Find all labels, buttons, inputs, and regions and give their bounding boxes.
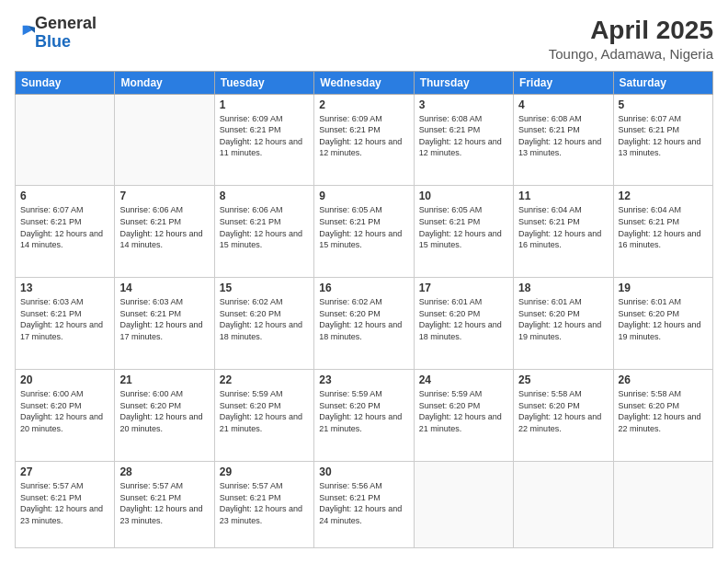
cell-0-2: 1Sunrise: 6:09 AM Sunset: 6:21 PM Daylig…: [214, 94, 313, 186]
day-info-2-5: Sunrise: 6:01 AM Sunset: 6:20 PM Dayligh…: [518, 296, 608, 342]
cell-2-5: 18Sunrise: 6:01 AM Sunset: 6:20 PM Dayli…: [514, 278, 613, 370]
day-number-2-4: 17: [419, 282, 508, 294]
day-number-2-0: 13: [20, 282, 109, 294]
day-number-4-3: 30: [319, 465, 408, 478]
cell-4-0: 27Sunrise: 5:57 AM Sunset: 6:21 PM Dayli…: [16, 461, 115, 547]
day-number-2-2: 15: [220, 282, 309, 294]
day-info-1-6: Sunrise: 6:04 AM Sunset: 6:21 PM Dayligh…: [619, 204, 708, 250]
header-friday: Friday: [514, 71, 613, 94]
logo-blue: Blue: [35, 32, 71, 51]
cell-2-1: 14Sunrise: 6:03 AM Sunset: 6:21 PM Dayli…: [115, 278, 214, 370]
header-saturday: Saturday: [613, 71, 712, 94]
week-row-2: 13Sunrise: 6:03 AM Sunset: 6:21 PM Dayli…: [16, 278, 713, 370]
cell-2-0: 13Sunrise: 6:03 AM Sunset: 6:21 PM Dayli…: [16, 278, 115, 370]
day-info-3-1: Sunrise: 6:00 AM Sunset: 6:20 PM Dayligh…: [119, 388, 209, 434]
day-info-1-5: Sunrise: 6:04 AM Sunset: 6:21 PM Dayligh…: [518, 204, 608, 250]
day-number-0-2: 1: [220, 98, 309, 111]
logo-general: General: [35, 14, 97, 32]
cell-0-3: 2Sunrise: 6:09 AM Sunset: 6:21 PM Daylig…: [314, 94, 414, 186]
day-info-0-4: Sunrise: 6:08 AM Sunset: 6:21 PM Dayligh…: [419, 113, 508, 159]
day-info-3-4: Sunrise: 5:59 AM Sunset: 6:20 PM Dayligh…: [419, 388, 508, 434]
cell-3-2: 22Sunrise: 5:59 AM Sunset: 6:20 PM Dayli…: [214, 370, 313, 462]
cell-4-3: 30Sunrise: 5:56 AM Sunset: 6:21 PM Dayli…: [314, 461, 414, 547]
title-block: April 2025 Toungo, Adamawa, Nigeria: [549, 15, 713, 62]
day-info-4-2: Sunrise: 5:57 AM Sunset: 6:21 PM Dayligh…: [220, 480, 309, 526]
day-number-4-1: 28: [119, 465, 209, 478]
week-row-3: 20Sunrise: 6:00 AM Sunset: 6:20 PM Dayli…: [16, 370, 713, 462]
cell-4-2: 29Sunrise: 5:57 AM Sunset: 6:21 PM Dayli…: [214, 461, 313, 547]
day-info-3-6: Sunrise: 5:58 AM Sunset: 6:20 PM Dayligh…: [619, 388, 708, 434]
header-monday: Monday: [115, 71, 214, 94]
day-number-0-6: 5: [619, 98, 708, 111]
cell-2-6: 19Sunrise: 6:01 AM Sunset: 6:20 PM Dayli…: [613, 278, 712, 370]
day-number-3-1: 21: [119, 373, 209, 386]
cell-1-4: 10Sunrise: 6:05 AM Sunset: 6:21 PM Dayli…: [414, 186, 513, 278]
cell-0-5: 4Sunrise: 6:08 AM Sunset: 6:21 PM Daylig…: [514, 94, 613, 186]
day-number-3-3: 23: [319, 373, 408, 386]
calendar-title: April 2025: [549, 15, 713, 46]
day-info-4-0: Sunrise: 5:57 AM Sunset: 6:21 PM Dayligh…: [20, 480, 109, 526]
cell-0-6: 5Sunrise: 6:07 AM Sunset: 6:21 PM Daylig…: [613, 94, 712, 186]
logo-icon: [17, 21, 35, 40]
cell-0-1: [115, 94, 214, 186]
day-info-2-1: Sunrise: 6:03 AM Sunset: 6:21 PM Dayligh…: [119, 296, 209, 342]
header-tuesday: Tuesday: [214, 71, 313, 94]
cell-1-1: 7Sunrise: 6:06 AM Sunset: 6:21 PM Daylig…: [115, 186, 214, 278]
day-info-3-0: Sunrise: 6:00 AM Sunset: 6:20 PM Dayligh…: [20, 388, 109, 434]
cell-2-3: 16Sunrise: 6:02 AM Sunset: 6:20 PM Dayli…: [314, 278, 414, 370]
week-row-0: 1Sunrise: 6:09 AM Sunset: 6:21 PM Daylig…: [16, 94, 713, 186]
day-info-3-5: Sunrise: 5:58 AM Sunset: 6:20 PM Dayligh…: [518, 388, 608, 434]
logo: General Blue: [15, 15, 97, 52]
day-number-1-4: 10: [419, 190, 508, 202]
cell-3-4: 24Sunrise: 5:59 AM Sunset: 6:20 PM Dayli…: [414, 370, 513, 462]
day-info-4-3: Sunrise: 5:56 AM Sunset: 6:21 PM Dayligh…: [319, 480, 408, 526]
day-number-1-6: 12: [619, 190, 708, 202]
day-number-2-1: 14: [119, 282, 209, 294]
cell-1-2: 8Sunrise: 6:06 AM Sunset: 6:21 PM Daylig…: [214, 186, 313, 278]
cell-4-6: [613, 461, 712, 547]
header: General Blue April 2025 Toungo, Adamawa,…: [15, 15, 713, 62]
day-number-2-6: 19: [619, 282, 708, 294]
day-number-1-1: 7: [119, 190, 209, 202]
logo-text: General Blue: [35, 15, 97, 52]
week-row-4: 27Sunrise: 5:57 AM Sunset: 6:21 PM Dayli…: [16, 461, 713, 547]
day-number-1-0: 6: [20, 190, 109, 202]
day-number-0-4: 3: [419, 98, 508, 111]
weekday-header-row: Sunday Monday Tuesday Wednesday Thursday…: [16, 71, 713, 94]
day-number-3-4: 24: [419, 373, 508, 386]
cell-1-5: 11Sunrise: 6:04 AM Sunset: 6:21 PM Dayli…: [514, 186, 613, 278]
day-number-3-6: 26: [619, 373, 708, 386]
day-number-1-5: 11: [518, 190, 608, 202]
day-number-1-3: 9: [319, 190, 408, 202]
day-number-4-0: 27: [20, 465, 109, 478]
day-info-0-2: Sunrise: 6:09 AM Sunset: 6:21 PM Dayligh…: [220, 113, 309, 159]
day-info-1-1: Sunrise: 6:06 AM Sunset: 6:21 PM Dayligh…: [119, 204, 209, 250]
cell-3-1: 21Sunrise: 6:00 AM Sunset: 6:20 PM Dayli…: [115, 370, 214, 462]
day-info-1-4: Sunrise: 6:05 AM Sunset: 6:21 PM Dayligh…: [419, 204, 508, 250]
day-info-2-3: Sunrise: 6:02 AM Sunset: 6:20 PM Dayligh…: [319, 296, 408, 342]
day-number-2-3: 16: [319, 282, 408, 294]
day-info-2-0: Sunrise: 6:03 AM Sunset: 6:21 PM Dayligh…: [20, 296, 109, 342]
day-info-1-2: Sunrise: 6:06 AM Sunset: 6:21 PM Dayligh…: [220, 204, 309, 250]
cell-3-6: 26Sunrise: 5:58 AM Sunset: 6:20 PM Dayli…: [613, 370, 712, 462]
day-info-2-4: Sunrise: 6:01 AM Sunset: 6:20 PM Dayligh…: [419, 296, 508, 342]
cell-1-3: 9Sunrise: 6:05 AM Sunset: 6:21 PM Daylig…: [314, 186, 414, 278]
calendar-table: Sunday Monday Tuesday Wednesday Thursday…: [15, 71, 713, 548]
cell-4-4: [414, 461, 513, 547]
day-info-0-5: Sunrise: 6:08 AM Sunset: 6:21 PM Dayligh…: [518, 113, 608, 159]
day-info-2-6: Sunrise: 6:01 AM Sunset: 6:20 PM Dayligh…: [619, 296, 708, 342]
header-sunday: Sunday: [16, 71, 115, 94]
day-info-2-2: Sunrise: 6:02 AM Sunset: 6:20 PM Dayligh…: [220, 296, 309, 342]
header-thursday: Thursday: [414, 71, 513, 94]
cell-1-6: 12Sunrise: 6:04 AM Sunset: 6:21 PM Dayli…: [613, 186, 712, 278]
cell-3-3: 23Sunrise: 5:59 AM Sunset: 6:20 PM Dayli…: [314, 370, 414, 462]
day-number-1-2: 8: [220, 190, 309, 202]
day-number-0-5: 4: [518, 98, 608, 111]
day-number-4-2: 29: [220, 465, 309, 478]
calendar-subtitle: Toungo, Adamawa, Nigeria: [549, 46, 713, 62]
day-info-4-1: Sunrise: 5:57 AM Sunset: 6:21 PM Dayligh…: [119, 480, 209, 526]
day-info-1-3: Sunrise: 6:05 AM Sunset: 6:21 PM Dayligh…: [319, 204, 408, 250]
cell-3-0: 20Sunrise: 6:00 AM Sunset: 6:20 PM Dayli…: [16, 370, 115, 462]
day-info-0-6: Sunrise: 6:07 AM Sunset: 6:21 PM Dayligh…: [619, 113, 708, 159]
day-number-3-5: 25: [518, 373, 608, 386]
